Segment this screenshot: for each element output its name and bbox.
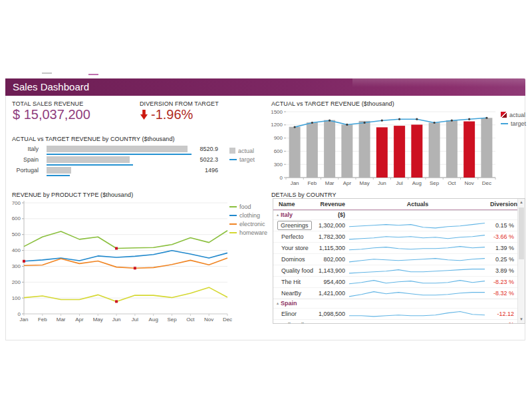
- legend-label: food: [239, 203, 251, 210]
- svg-text:600: 600: [12, 215, 21, 221]
- country-value: 1496: [185, 166, 218, 175]
- bar-jan[interactable]: [289, 127, 301, 178]
- table-row[interactable]: NearBy1,421,000-8.32 %: [273, 287, 525, 299]
- svg-text:900: 900: [274, 135, 283, 141]
- group-row-spain[interactable]: ▴Spain: [273, 299, 525, 308]
- actual-bar[interactable]: [47, 156, 130, 163]
- sparkline: [349, 244, 485, 253]
- table-row[interactable]: Quality food1,143,9003.89 %: [273, 265, 525, 276]
- bar-sep[interactable]: [429, 123, 440, 178]
- svg-text:400: 400: [12, 247, 21, 253]
- table-row[interactable]: Greenings1,302,0000.15 %: [273, 219, 525, 231]
- table-row[interactable]: Elinor1,098,500-12.12 %: [273, 308, 525, 319]
- actual-bar[interactable]: [47, 167, 71, 174]
- svg-text:0: 0: [280, 175, 283, 181]
- svg-text:Feb: Feb: [307, 180, 317, 186]
- country-row-spain[interactable]: Spain5022.3: [7, 156, 263, 166]
- svg-text:200: 200: [12, 279, 21, 285]
- bar-oct[interactable]: [446, 120, 458, 178]
- legend-target-label: target: [511, 120, 526, 127]
- bar-feb[interactable]: [307, 122, 318, 178]
- cell-actuals: [345, 277, 490, 287]
- svg-text:Jan: Jan: [291, 180, 299, 186]
- sales-dashboard-page: Sales Dashboard TOTAL SALES REVENUE $ 15…: [0, 0, 532, 399]
- sparkline: [349, 255, 485, 264]
- min-marker-electronic: [134, 267, 136, 269]
- table-row[interactable]: The Hit954,400-8.23 %: [273, 276, 525, 287]
- group-row-italy[interactable]: ▴Italy: [273, 210, 525, 219]
- country-value: 8520.9: [185, 145, 218, 154]
- cell-actuals: [345, 220, 490, 231]
- column-header-revenue[interactable]: Revenue ($): [315, 199, 345, 209]
- svg-text:Apr: Apr: [75, 317, 84, 323]
- bar-apr[interactable]: [341, 124, 352, 178]
- bar-mar[interactable]: [324, 120, 335, 178]
- svg-text:Jan: Jan: [20, 317, 29, 323]
- min-marker-clothing: [23, 260, 25, 263]
- total-revenue-value: $ 15,037,200: [13, 107, 90, 122]
- clothing-swatch-icon: [229, 215, 237, 216]
- column-header-actuals[interactable]: Actuals: [345, 199, 490, 209]
- sparkline: [349, 321, 485, 325]
- target-line: [47, 164, 133, 166]
- country-label: Spain: [7, 156, 39, 164]
- group-name: Spain: [281, 299, 297, 308]
- selected-cell[interactable]: Greenings: [277, 221, 312, 230]
- cell-actuals: [345, 231, 490, 242]
- monthly-bar-chart: 030060090012001500JanFebMarAprMayJunJulA…: [270, 106, 531, 189]
- cell-actuals: [345, 265, 490, 276]
- svg-text:Sep: Sep: [167, 317, 177, 323]
- svg-text:100: 100: [12, 295, 21, 301]
- target-line: [47, 154, 192, 155]
- bar-nov[interactable]: [464, 122, 475, 178]
- sparkline: [349, 267, 485, 275]
- collapse-icon[interactable]: ▴: [277, 211, 279, 219]
- table-row[interactable]: Perfecto1,782,300-3.66 %: [273, 231, 525, 242]
- svg-text:300: 300: [274, 162, 283, 168]
- table-row[interactable]: LollyHolly625,0004.17 %: [273, 319, 525, 324]
- collapse-icon[interactable]: ▴: [277, 299, 279, 308]
- svg-text:Jul: Jul: [396, 180, 403, 186]
- actual-bar[interactable]: [47, 146, 188, 152]
- cell-actuals: [345, 254, 490, 265]
- country-label: Italy: [7, 145, 39, 154]
- cell-name: Dominos: [273, 254, 315, 265]
- svg-text:Sep: Sep: [430, 180, 440, 186]
- details-table: Name Revenue ($) Actuals Diversion ▴Ital…: [273, 198, 525, 324]
- legend-item-food: food: [229, 202, 267, 211]
- sparkline: [349, 289, 485, 298]
- vertical-scrollbar[interactable]: ▲ ▼: [517, 199, 525, 323]
- country-row-italy[interactable]: Italy8520.9: [7, 145, 263, 156]
- bar-dec[interactable]: [481, 118, 492, 178]
- target-line: [47, 175, 70, 176]
- cell-name: Quality food: [273, 265, 315, 276]
- country-row-portugal[interactable]: Portugal1496: [7, 166, 263, 177]
- diversion-label: DIVERSION FROM TARGET: [140, 100, 219, 107]
- legend-item-electronic: electronic: [229, 219, 267, 228]
- cell-name: Your store: [273, 243, 315, 253]
- table-row[interactable]: Dominos802,0000.25 %: [273, 253, 525, 265]
- column-header-name[interactable]: Name: [273, 199, 315, 209]
- svg-text:Dec: Dec: [482, 180, 491, 186]
- cell-actuals: [345, 288, 490, 299]
- table-body: ▴ItalyGreenings1,302,0000.15 %Perfecto1,…: [273, 210, 525, 324]
- cell-revenue: 1,302,000: [315, 220, 345, 231]
- line-clothing: [24, 251, 227, 261]
- bar-aug[interactable]: [411, 124, 422, 178]
- bar-jul[interactable]: [394, 126, 405, 178]
- scroll-up-icon[interactable]: ▲: [518, 199, 525, 206]
- svg-text:Jun: Jun: [378, 180, 386, 186]
- min-marker-food: [115, 247, 118, 249]
- scroll-down-icon[interactable]: ▼: [518, 316, 525, 323]
- bar-jun[interactable]: [376, 127, 388, 178]
- svg-text:500: 500: [12, 231, 21, 237]
- svg-text:1200: 1200: [271, 122, 283, 128]
- table-row[interactable]: Your store1,115,3001.39 %: [273, 242, 525, 253]
- cell-revenue: 1,421,000: [315, 288, 345, 299]
- homeware-swatch-icon: [229, 232, 237, 233]
- scrollbar-thumb[interactable]: [519, 207, 524, 259]
- bar-may[interactable]: [359, 121, 370, 178]
- cell-name: The Hit: [273, 277, 315, 287]
- cell-actuals: [345, 309, 490, 319]
- sparkline: [349, 221, 485, 230]
